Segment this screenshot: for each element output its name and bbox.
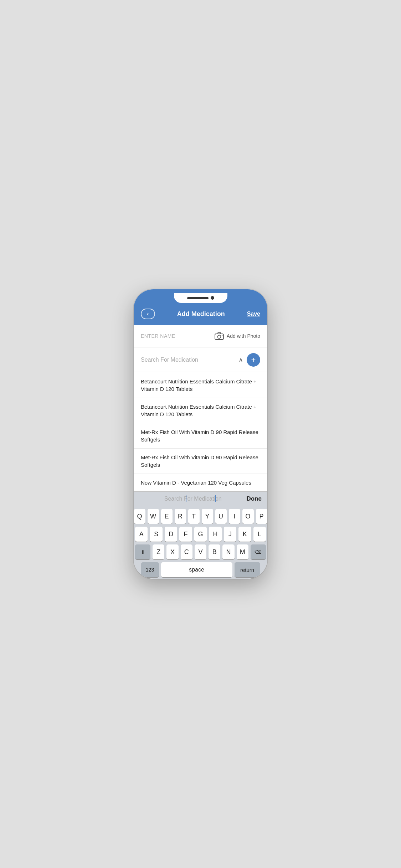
plus-icon: + xyxy=(251,356,256,364)
keyboard-row-1: Q W E R T Y U I O P xyxy=(135,509,266,524)
medication-name: Met-Rx Fish Oil With Vitamin D 90 Rapid … xyxy=(141,429,258,443)
return-key[interactable]: return xyxy=(235,562,260,577)
key-c[interactable]: C xyxy=(181,544,192,559)
medication-name: Betancourt Nutrition Essentials Calcium … xyxy=(141,378,257,392)
key-e[interactable]: E xyxy=(161,509,173,524)
keyboard-row-2: A S D F G H J K L xyxy=(135,527,266,542)
list-item[interactable]: Betancourt Nutrition Essentials Calcium … xyxy=(134,398,267,423)
key-b[interactable]: B xyxy=(209,544,220,559)
medication-list: Betancourt Nutrition Essentials Calcium … xyxy=(134,373,267,491)
phone-frame: ‹ Add Medication Save ENTER NAME Add wit… xyxy=(134,289,267,579)
add-medication-button[interactable]: + xyxy=(247,353,260,367)
header: ‹ Add Medication Save xyxy=(134,305,267,325)
key-d[interactable]: D xyxy=(165,527,177,542)
delete-key[interactable]: ⌫ xyxy=(251,544,266,559)
key-o[interactable]: O xyxy=(242,509,254,524)
name-input-section: ENTER NAME Add with Photo xyxy=(134,325,267,347)
key-s[interactable]: S xyxy=(150,527,162,542)
key-t[interactable]: T xyxy=(188,509,200,524)
keyboard: Q W E R T Y U I O P A S D F G H J K L ⬆ … xyxy=(134,506,267,579)
key-q[interactable]: Q xyxy=(134,509,145,524)
notch xyxy=(174,293,227,303)
list-item[interactable]: Met-Rx Fish Oil With Vitamin D 90 Rapid … xyxy=(134,449,267,474)
keyboard-search-bar: Search For Medication Done xyxy=(134,491,267,506)
key-j[interactable]: J xyxy=(224,527,236,542)
key-r[interactable]: R xyxy=(175,509,186,524)
done-button[interactable]: Done xyxy=(247,495,262,502)
search-section: Search For Medication ∧ + xyxy=(134,348,267,372)
key-h[interactable]: H xyxy=(209,527,221,542)
list-item[interactable]: Betancourt Nutrition Essentials Calcium … xyxy=(134,373,267,398)
key-z[interactable]: Z xyxy=(153,544,164,559)
page-title: Add Medication xyxy=(177,310,225,318)
medication-name: Met-Rx Fish Oil With Vitamin D 90 Rapid … xyxy=(141,454,258,468)
add-photo-label: Add with Photo xyxy=(227,333,260,339)
key-u[interactable]: U xyxy=(215,509,227,524)
back-chevron-icon: ‹ xyxy=(147,311,149,317)
key-x[interactable]: X xyxy=(166,544,178,559)
svg-rect-2 xyxy=(218,332,221,334)
name-input[interactable]: ENTER NAME xyxy=(141,333,175,339)
add-photo-area[interactable]: Add with Photo xyxy=(214,331,260,341)
key-k[interactable]: K xyxy=(238,527,251,542)
key-p[interactable]: P xyxy=(256,509,267,524)
key-l[interactable]: L xyxy=(253,527,266,542)
key-n[interactable]: N xyxy=(222,544,234,559)
keyboard-search-input[interactable]: Search For Medication xyxy=(139,496,247,502)
key-g[interactable]: G xyxy=(194,527,207,542)
key-m[interactable]: M xyxy=(237,544,248,559)
svg-point-1 xyxy=(217,335,221,339)
key-i[interactable]: I xyxy=(229,509,240,524)
key-y[interactable]: Y xyxy=(202,509,213,524)
keyboard-row-4: 123 space return xyxy=(135,562,266,577)
space-key[interactable]: space xyxy=(161,562,232,577)
save-button[interactable]: Save xyxy=(247,311,260,317)
camera-icon xyxy=(214,331,225,341)
key-v[interactable]: V xyxy=(195,544,206,559)
back-button[interactable]: ‹ xyxy=(141,309,155,319)
shift-key[interactable]: ⬆ xyxy=(135,544,150,559)
notch-dot xyxy=(211,296,214,300)
key-f[interactable]: F xyxy=(179,527,192,542)
list-item[interactable]: Now Vitamin D - Vegetarian 120 Veg Capsu… xyxy=(134,474,267,491)
list-item[interactable]: Met-Rx Fish Oil With Vitamin D 90 Rapid … xyxy=(134,423,267,449)
key-a[interactable]: A xyxy=(135,527,148,542)
status-bar xyxy=(134,289,267,305)
svg-point-3 xyxy=(222,335,222,336)
medication-name: Betancourt Nutrition Essentials Calcium … xyxy=(141,404,257,417)
keyboard-row-3: ⬆ Z X C V B N M ⌫ xyxy=(135,544,266,559)
svg-rect-0 xyxy=(215,334,223,340)
key-w[interactable]: W xyxy=(148,509,159,524)
search-medication-input[interactable]: Search For Medication xyxy=(141,357,238,363)
chevron-up-icon: ∧ xyxy=(238,356,243,364)
medication-name: Now Vitamin D - Vegetarian 120 Veg Capsu… xyxy=(141,480,251,486)
numbers-key[interactable]: 123 xyxy=(141,562,159,577)
notch-bar xyxy=(187,297,209,299)
